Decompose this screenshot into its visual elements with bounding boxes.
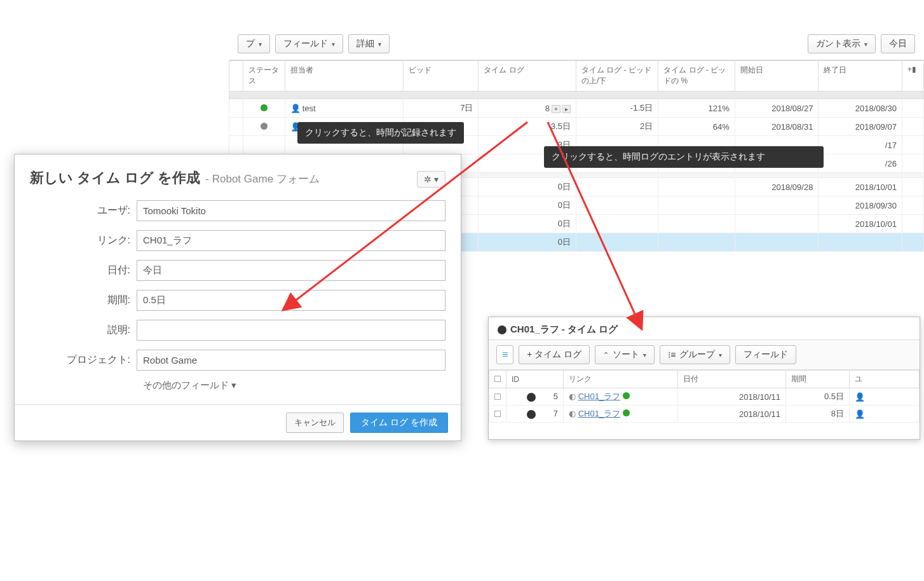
timelog-value: 0日: [479, 178, 576, 196]
modal-subtitle: - Robot Game フォーム: [205, 172, 320, 186]
table-header-row: ステータス 担当者 ビッド タイム ログ タイム ログ - ビッドの上/下 タイ…: [229, 61, 924, 92]
pct-value: 121%: [658, 99, 735, 118]
field-label: フィールド: [283, 38, 328, 50]
col-extra[interactable]: ユ: [850, 371, 920, 388]
col-id[interactable]: ID: [506, 371, 564, 388]
table-row[interactable]: 5 ◐ CH01_ラフ 2018/10/11 0.5日 👤: [489, 388, 920, 406]
col-bid[interactable]: ビッド: [404, 61, 479, 92]
id-value: 7: [554, 409, 558, 418]
col-duration[interactable]: 期間: [786, 371, 850, 388]
add-time-icon[interactable]: +: [552, 105, 561, 113]
link-value[interactable]: CH01_ラフ: [578, 392, 620, 401]
diff-value: -1.5日: [576, 99, 658, 118]
gantt-dropdown[interactable]: ガント表示▾: [808, 34, 876, 53]
project-field[interactable]: [137, 350, 445, 371]
end-value: 2018/10/01: [819, 215, 902, 233]
date-value: 2018/10/11: [678, 388, 786, 406]
desc-label: 説明:: [30, 324, 137, 337]
menu-button[interactable]: ≡: [496, 345, 513, 364]
field-dropdown[interactable]: フィールド: [735, 345, 796, 364]
row-checkbox[interactable]: [494, 411, 501, 417]
timelog-value: 0日: [479, 196, 576, 215]
col-start[interactable]: 開始日: [735, 61, 819, 92]
link-status-icon: ◐: [569, 392, 576, 401]
group-dropdown[interactable]: ⁝≡ グループ ▾: [660, 345, 730, 364]
field-dropdown[interactable]: フィールド▾: [275, 34, 343, 53]
link-label: リンク:: [30, 234, 137, 247]
col-link[interactable]: リンク: [564, 371, 678, 388]
col-timelog[interactable]: タイム ログ: [479, 61, 576, 92]
gantt-label: ガント表示: [816, 38, 860, 50]
duration-label: 期間:: [30, 294, 137, 307]
caret-icon: ▾: [864, 41, 867, 48]
modal-footer: キャンセル タイム ログ を作成: [15, 404, 461, 441]
expand-time-icon[interactable]: ▸: [562, 105, 571, 113]
date-label: 日付:: [30, 264, 137, 277]
date-field[interactable]: [137, 260, 445, 281]
project-label: プロジェクト:: [30, 353, 137, 367]
group-label: プ: [246, 38, 255, 50]
table-row[interactable]: 👤test 7日 8+▸ -1.5日 121% 2018/08/27 2018/…: [229, 99, 924, 118]
cancel-button[interactable]: キャンセル: [286, 413, 344, 433]
start-value: 2018/09/28: [735, 178, 819, 196]
assignee-value: test: [302, 104, 316, 113]
bid-value: 7日: [404, 99, 479, 118]
clock-icon: [498, 325, 506, 334]
detail-label: 詳細: [357, 38, 374, 50]
main-toolbar: プ▾ フィールド▾ 詳細▾ ガント表示▾ 今日: [229, 28, 924, 60]
timelog-value: 8: [545, 104, 550, 113]
link-value[interactable]: CH01_ラフ: [578, 409, 620, 418]
checkbox-all[interactable]: [494, 376, 501, 382]
row-checkbox[interactable]: [494, 393, 501, 400]
group-icon: ⁝≡: [668, 350, 676, 360]
duration-value: 8日: [786, 406, 850, 423]
col-pct[interactable]: タイム ログ - ビッドの %: [658, 61, 735, 92]
diff-value: 2日: [576, 118, 658, 136]
person-icon: 👤: [855, 392, 865, 402]
modal-form: ユーザ: リンク: 日付: 期間: 説明: プロジェクト: その他のフィールド …: [15, 194, 461, 404]
timelog-value: 0日: [479, 215, 576, 233]
gear-icon: ✲: [424, 174, 431, 184]
subpanel-header: CH01_ラフ - タイム ログ: [489, 317, 920, 339]
end-value: /26: [819, 154, 902, 173]
date-value: 2018/10/11: [678, 406, 786, 423]
start-value: 2018/08/31: [735, 118, 819, 136]
user-field[interactable]: [137, 200, 445, 221]
start-value: 2018/08/27: [735, 99, 819, 118]
more-fields-toggle[interactable]: その他のフィールド ▾: [143, 379, 445, 392]
col-status[interactable]: ステータス: [243, 61, 285, 92]
caret-icon: ▾: [719, 352, 722, 359]
status-indicator-icon: [623, 392, 630, 399]
end-value: 2018/09/07: [819, 118, 902, 136]
add-timelog-button[interactable]: + タイム ログ: [519, 345, 590, 364]
sort-dropdown[interactable]: ⌃ソート ▾: [595, 345, 655, 364]
gear-button[interactable]: ✲ ▾: [417, 171, 445, 188]
clock-icon: [527, 393, 536, 402]
group-dropdown[interactable]: プ▾: [238, 34, 270, 53]
clock-icon: [527, 410, 536, 419]
link-field[interactable]: [137, 230, 445, 251]
caret-icon: ▾: [332, 41, 335, 48]
person-icon: 👤: [855, 409, 865, 419]
table-row[interactable]: 7 ◐ CH01_ラフ 2018/10/11 8日 👤: [489, 406, 920, 423]
desc-field[interactable]: [137, 320, 445, 341]
col-diff[interactable]: タイム ログ - ビッドの上/下: [576, 61, 658, 92]
col-date[interactable]: 日付: [678, 371, 786, 388]
timelog-value: 0日: [479, 233, 576, 252]
add-column-button[interactable]: +▮: [902, 61, 923, 92]
subpanel-title: CH01_ラフ - タイム ログ: [510, 324, 618, 336]
submit-button[interactable]: タイム ログ を作成: [350, 413, 448, 433]
col-end[interactable]: 終了日: [819, 61, 902, 92]
timelog-value: 3.5日: [479, 118, 576, 136]
sort-icon: ⌃: [603, 351, 609, 359]
group-label: グループ: [679, 349, 715, 360]
create-timelog-modal: 新しい タイム ログ を作成 - Robot Game フォーム ✲ ▾ ユーザ…: [14, 154, 461, 441]
detail-dropdown[interactable]: 詳細▾: [348, 34, 390, 53]
duration-field[interactable]: [137, 290, 445, 311]
caret-icon: ▾: [434, 174, 438, 184]
link-status-icon: ◐: [569, 409, 576, 418]
status-indicator-icon: [261, 123, 268, 130]
col-assignee[interactable]: 担当者: [285, 61, 403, 92]
today-label: 今日: [889, 38, 907, 50]
today-button[interactable]: 今日: [881, 34, 915, 53]
